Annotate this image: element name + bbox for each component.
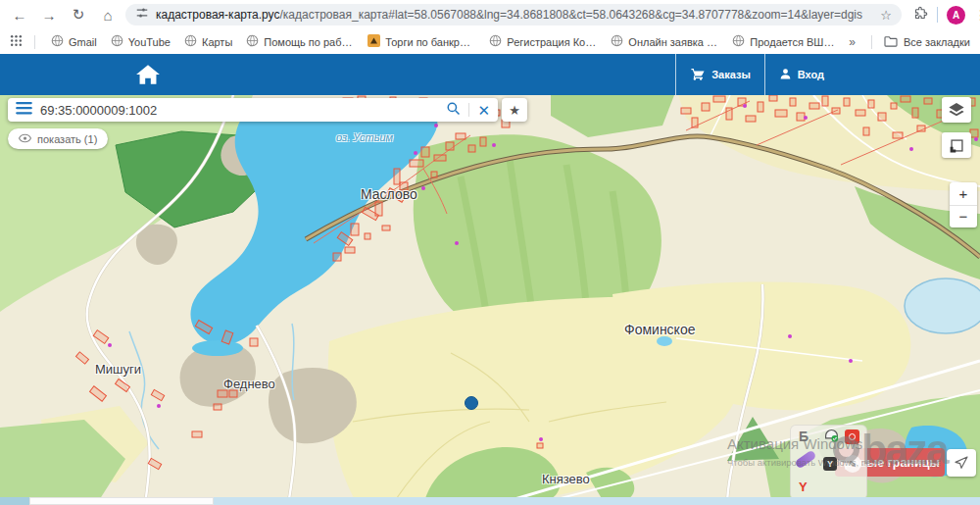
profile-avatar[interactable]: A bbox=[947, 6, 965, 25]
poi-dot bbox=[788, 334, 792, 338]
cadastral-parcel[interactable] bbox=[790, 98, 796, 106]
bookmark-item[interactable]: YouTube bbox=[107, 32, 174, 51]
cadastral-parcel[interactable] bbox=[480, 137, 486, 146]
cadastral-parcel[interactable] bbox=[891, 103, 897, 109]
cadastral-parcel[interactable] bbox=[901, 96, 910, 102]
bookmark-item[interactable]: Помощь по работе... bbox=[242, 32, 358, 51]
cadastral-parcel[interactable] bbox=[192, 431, 202, 437]
bookmark-item[interactable]: Торги по банкротс... bbox=[364, 32, 479, 51]
search-icon[interactable] bbox=[446, 101, 461, 120]
show-results-button[interactable]: показать (1) bbox=[8, 128, 108, 149]
cadastral-parcel[interactable] bbox=[970, 129, 978, 137]
cadastral-parcel[interactable] bbox=[333, 253, 341, 261]
cadastral-parcel[interactable] bbox=[726, 108, 732, 120]
baza-watermark: baza bbox=[833, 432, 948, 466]
bookmark-item[interactable]: Продается ВШРА П... bbox=[728, 32, 837, 51]
bookmark-item[interactable]: Gmail bbox=[47, 32, 101, 51]
cadastral-parcel[interactable] bbox=[797, 113, 805, 121]
cadastral-parcel[interactable] bbox=[758, 102, 763, 112]
cadastral-parcel[interactable] bbox=[844, 98, 850, 106]
cadastral-parcel[interactable] bbox=[681, 108, 691, 114]
cadastral-parcel[interactable] bbox=[394, 169, 400, 184]
map-canvas[interactable]: ✕ ★ показать (1) + − кадастровые границы… bbox=[0, 95, 980, 505]
cadastral-parcel[interactable] bbox=[218, 390, 227, 397]
zoom-in-button[interactable]: + bbox=[950, 182, 977, 206]
bookmark-label: Продается ВШРА П... bbox=[750, 36, 837, 48]
scrollbar-thumb[interactable] bbox=[29, 497, 214, 505]
locate-button[interactable] bbox=[947, 449, 976, 477]
cadastral-parcel[interactable] bbox=[692, 118, 698, 127]
apps-grid-icon[interactable] bbox=[10, 34, 23, 49]
map-marker-dot[interactable] bbox=[465, 396, 478, 410]
back-icon[interactable]: ← bbox=[8, 3, 31, 26]
cadastral-parcel[interactable] bbox=[250, 338, 258, 346]
all-bookmarks-button[interactable]: Все закладки bbox=[884, 35, 970, 49]
search-input[interactable] bbox=[40, 103, 438, 118]
forward-icon[interactable]: → bbox=[37, 3, 61, 26]
bookmarks-overflow-chevron[interactable]: » bbox=[845, 35, 859, 49]
bookmark-item[interactable]: Онлайн заявка на з... bbox=[607, 32, 722, 51]
map-search-bar[interactable]: ✕ bbox=[8, 98, 498, 122]
poi-dot bbox=[804, 116, 808, 120]
cadastral-parcel[interactable] bbox=[382, 226, 390, 230]
cadastral-parcel[interactable] bbox=[375, 202, 382, 216]
tray-yandex-icon[interactable]: Y bbox=[799, 480, 808, 494]
cadastral-parcel[interactable] bbox=[868, 100, 874, 108]
search-separator bbox=[468, 103, 469, 117]
menu-hamburger-icon[interactable] bbox=[16, 101, 32, 119]
cadastral-parcel[interactable] bbox=[746, 116, 756, 122]
cadastral-parcel[interactable] bbox=[421, 147, 429, 157]
login-button[interactable]: Вход bbox=[765, 54, 838, 95]
cadastral-parcel[interactable] bbox=[769, 95, 777, 101]
cadastral-parcel[interactable] bbox=[214, 404, 221, 410]
cadastral-parcel[interactable] bbox=[434, 155, 446, 161]
url-text[interactable]: кадастровая-карта.рус/кадастровая_карта#… bbox=[156, 8, 873, 22]
bookmark-item[interactable]: Регистрация Контр... bbox=[485, 32, 601, 51]
measure-area-button[interactable] bbox=[942, 132, 971, 158]
poi-dot bbox=[539, 437, 543, 441]
cadastral-parcel[interactable] bbox=[856, 110, 865, 116]
map-place-label: Маслово bbox=[361, 186, 417, 202]
globe-favicon-icon bbox=[51, 34, 64, 49]
home-icon[interactable]: ⌂ bbox=[96, 3, 120, 26]
cadastral-parcel[interactable] bbox=[713, 96, 725, 102]
cadastral-parcel[interactable] bbox=[345, 247, 355, 253]
cadastral-parcel[interactable] bbox=[775, 110, 787, 117]
reload-icon[interactable]: ↻ bbox=[67, 3, 90, 26]
cadastral-parcel[interactable] bbox=[229, 390, 237, 397]
bookmark-label: Онлайн заявка на з... bbox=[628, 36, 718, 48]
bookmark-star-icon[interactable]: ☆ bbox=[880, 8, 892, 23]
cadastral-parcel[interactable] bbox=[456, 133, 466, 139]
cadastral-parcel[interactable] bbox=[446, 142, 454, 150]
bookmark-item[interactable]: Карты bbox=[180, 32, 236, 51]
cadastral-parcel[interactable] bbox=[410, 160, 423, 167]
cadastral-parcel[interactable] bbox=[917, 126, 925, 131]
cadastral-parcel[interactable] bbox=[365, 233, 370, 239]
cadastral-parcel[interactable] bbox=[893, 132, 903, 138]
menu-dots-icon[interactable]: ⋮ bbox=[974, 7, 980, 23]
bookmarks-separator-2 bbox=[871, 35, 872, 49]
address-bar[interactable]: кадастровая-карта.рус/кадастровая_карта#… bbox=[125, 4, 902, 25]
site-info-icon[interactable] bbox=[135, 6, 149, 24]
clear-search-icon[interactable]: ✕ bbox=[477, 103, 490, 118]
cadastral-parcel[interactable] bbox=[878, 113, 886, 121]
cadastral-parcel[interactable] bbox=[468, 145, 475, 152]
cadastral-parcel[interactable] bbox=[431, 172, 437, 177]
cadastral-parcel[interactable] bbox=[832, 108, 840, 114]
zoom-out-button[interactable]: − bbox=[950, 206, 977, 228]
site-home-button[interactable] bbox=[133, 63, 163, 86]
extensions-icon[interactable] bbox=[913, 6, 928, 25]
layers-button[interactable] bbox=[942, 97, 971, 123]
horizontal-scrollbar[interactable] bbox=[0, 497, 980, 505]
cadastral-parcel[interactable] bbox=[912, 108, 918, 118]
orders-button[interactable]: Заказы bbox=[676, 54, 764, 95]
cadastral-parcel[interactable] bbox=[537, 443, 543, 448]
favorite-star-button[interactable]: ★ bbox=[502, 98, 527, 122]
poi-dot bbox=[974, 137, 978, 141]
cadastral-parcel[interactable] bbox=[809, 103, 819, 109]
cadastral-parcel[interactable] bbox=[924, 98, 932, 104]
cadastral-parcel[interactable] bbox=[702, 103, 710, 111]
cadastral-parcel[interactable] bbox=[822, 96, 828, 106]
cadastral-parcel[interactable] bbox=[351, 224, 359, 235]
cadastral-parcel[interactable] bbox=[863, 127, 869, 135]
